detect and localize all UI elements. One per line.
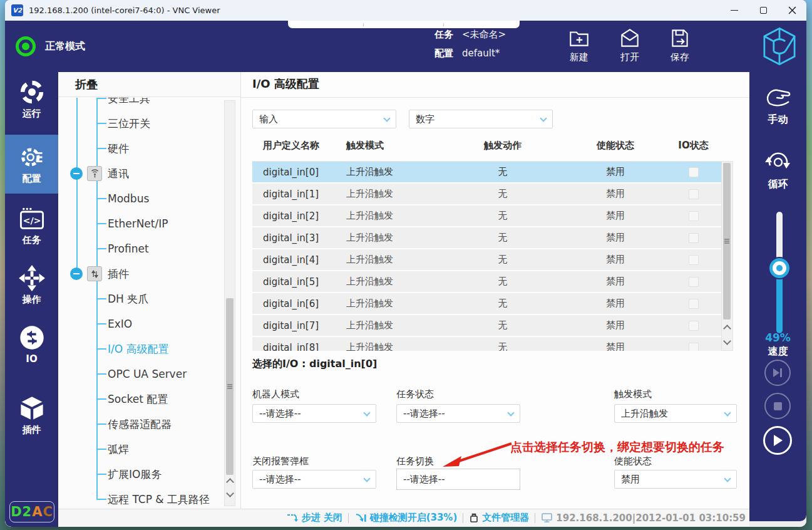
tree-node-plugin[interactable]: 插件 xyxy=(58,261,221,286)
collapse-minus-icon[interactable] xyxy=(70,167,83,180)
open-button[interactable]: 打开 xyxy=(605,26,655,63)
sidebar-item-run[interactable]: 运行 xyxy=(5,78,58,132)
table-scrollbar[interactable] xyxy=(721,161,733,351)
d2ac-badge[interactable]: D 2 A C xyxy=(9,501,54,522)
monitor-icon xyxy=(541,512,553,523)
close-icon xyxy=(788,6,796,14)
divider xyxy=(535,513,535,523)
io-state-checkbox[interactable] xyxy=(689,299,699,309)
speed-percentage: 49% xyxy=(749,331,806,344)
tree-item-dh-gripper[interactable]: DH 夹爪 xyxy=(58,286,221,311)
tree-item-safety-tool[interactable]: 安全工具 xyxy=(58,98,221,111)
close-button[interactable] xyxy=(778,0,806,21)
run-icon xyxy=(18,78,46,106)
tree-item-hardware[interactable]: 硬件 xyxy=(58,136,221,161)
badge-letter: D xyxy=(11,504,22,519)
io-state-checkbox[interactable] xyxy=(689,211,699,221)
task-state-select[interactable]: --请选择-- xyxy=(396,404,520,423)
io-state-checkbox[interactable] xyxy=(689,343,699,351)
io-state-checkbox[interactable] xyxy=(689,189,699,199)
chevron-down-icon xyxy=(724,409,731,416)
trigger-mode-select[interactable]: 上升沿触发 xyxy=(614,404,737,423)
sidebar-item-config[interactable]: 配置 xyxy=(5,135,58,194)
manual-mode-button[interactable]: 手动 xyxy=(749,83,806,127)
collision-detection-status[interactable]: 碰撞检测开启(33%) xyxy=(354,512,458,524)
scroll-down-icon[interactable] xyxy=(723,337,731,345)
tree-item-socket-config[interactable]: Socket 配置 xyxy=(58,387,221,412)
table-row[interactable]: digital_in[7]上升沿触发 无禁用 xyxy=(252,315,721,336)
tree-item-extended-io-service[interactable]: 扩展IO服务 xyxy=(58,462,221,487)
table-row[interactable]: digital_in[0]上升沿触发 无禁用 xyxy=(252,162,721,182)
step-status[interactable]: 步进 关闭 xyxy=(287,512,342,524)
table-scrollbar-thumb[interactable] xyxy=(723,163,731,320)
enable-state-label: 使能状态 xyxy=(614,455,652,467)
scroll-up-icon[interactable] xyxy=(226,478,234,486)
vnc-toolbar-notch[interactable] xyxy=(288,21,520,28)
stop-button[interactable] xyxy=(764,393,791,419)
new-button[interactable]: 新建 xyxy=(554,26,604,63)
sidebar-item-task[interactable]: </> 任务 xyxy=(5,205,58,259)
table-row[interactable]: digital_in[3]上升沿触发 无禁用 xyxy=(252,227,721,248)
tree-item-three-position-switch[interactable]: 三位开关 xyxy=(58,111,221,136)
tree-node-communication[interactable]: 通讯 xyxy=(58,161,221,186)
close-alarm-select[interactable]: --请选择-- xyxy=(252,470,376,489)
tree-item-ethernet-ip[interactable]: EtherNet/IP xyxy=(58,211,221,236)
task-switch-select[interactable]: --请选择-- xyxy=(396,469,520,490)
minimize-button[interactable] xyxy=(720,0,749,21)
table-row[interactable]: digital_in[4]上升沿触发 无禁用 xyxy=(252,249,721,270)
tree-scrollbar-thumb[interactable] xyxy=(226,298,234,475)
usb-drive-icon xyxy=(469,512,479,523)
tree-item-opc-ua-server[interactable]: OPC UA Server xyxy=(58,361,221,387)
slider-handle[interactable] xyxy=(769,258,789,278)
table-row[interactable]: digital_in[6]上升沿触发 无禁用 xyxy=(252,293,721,314)
signal-type-select[interactable]: 数字 xyxy=(409,110,553,128)
io-state-checkbox[interactable] xyxy=(689,321,699,331)
sidebar-item-plugin[interactable]: 插件 xyxy=(5,395,58,449)
tree-item-modbus[interactable]: Modbus xyxy=(58,186,221,211)
robot-app: 正常模式 任务 <未命名> 配置 default* 新建 xyxy=(5,21,806,527)
file-manager-button[interactable]: 文件管理器 xyxy=(469,512,529,524)
scroll-down-icon[interactable] xyxy=(226,489,234,497)
io-state-checkbox[interactable] xyxy=(689,255,699,265)
tree-item-exio[interactable]: ExIO xyxy=(58,311,221,336)
tree-item-profinet[interactable]: Profinet xyxy=(58,236,221,261)
save-button[interactable]: 保存 xyxy=(655,26,705,63)
tree-item-remote-tcp-tool-path[interactable]: 远程 TCP & 工具路径 xyxy=(58,487,221,509)
io-state-checkbox[interactable] xyxy=(689,233,699,243)
play-icon xyxy=(772,434,783,447)
table-row[interactable]: digital_in[5]上升沿触发 无禁用 xyxy=(252,271,721,292)
vnc-titlebar[interactable]: V2 192.168.1.200 (intel-corei7-64:0) - V… xyxy=(5,0,806,21)
tree-item-sensor-adapter[interactable]: 传感器适配器 xyxy=(58,412,221,437)
annotation-text: 点击选择任务切换，绑定想要切换的任务 xyxy=(510,439,724,455)
maximize-button[interactable] xyxy=(749,0,778,21)
play-button[interactable] xyxy=(763,426,792,455)
tree-item-arc-welding[interactable]: 弧焊 xyxy=(58,437,221,462)
chevron-down-icon xyxy=(363,475,370,482)
cycle-mode-button[interactable]: 循环 xyxy=(749,148,806,191)
table-row[interactable]: digital_in[2]上升沿触发 无禁用 xyxy=(252,205,721,226)
tree-scrollbar[interactable] xyxy=(224,100,235,506)
trigger-mode-label: 触发模式 xyxy=(614,388,652,400)
enable-state-select[interactable]: 禁用 xyxy=(614,470,737,489)
sidebar-item-io[interactable]: IO xyxy=(5,324,58,378)
divider xyxy=(463,513,463,523)
tree-collapse-header[interactable]: 折叠 xyxy=(58,72,240,97)
collapse-minus-icon[interactable] xyxy=(70,268,83,280)
badge-letter: 2 xyxy=(23,504,33,519)
io-state-checkbox[interactable] xyxy=(689,167,699,177)
chevron-down-icon xyxy=(383,115,390,122)
desktop: V2 192.168.1.200 (intel-corei7-64:0) - V… xyxy=(0,0,812,530)
tree-item-io-advanced-config[interactable]: I/O 高级配置 xyxy=(58,336,221,361)
table-row[interactable]: digital_in[8]上升沿触发 无禁用 xyxy=(252,337,721,351)
table-row[interactable]: digital_in[1]上升沿触发 无禁用 xyxy=(252,184,721,204)
sidebar-item-operate[interactable]: 操作 xyxy=(5,264,58,318)
io-direction-select[interactable]: 输入 xyxy=(252,110,396,128)
step-arrow-icon xyxy=(287,513,298,522)
divider xyxy=(348,513,349,523)
scroll-up-icon[interactable] xyxy=(723,325,731,333)
robot-mode-select[interactable]: --请选择-- xyxy=(252,404,376,423)
step-next-button[interactable] xyxy=(764,360,791,386)
io-state-checkbox[interactable] xyxy=(689,277,699,287)
config-gear-icon xyxy=(18,143,46,171)
task-config-meta: 任务 <未命名> 配置 default* xyxy=(434,29,506,60)
